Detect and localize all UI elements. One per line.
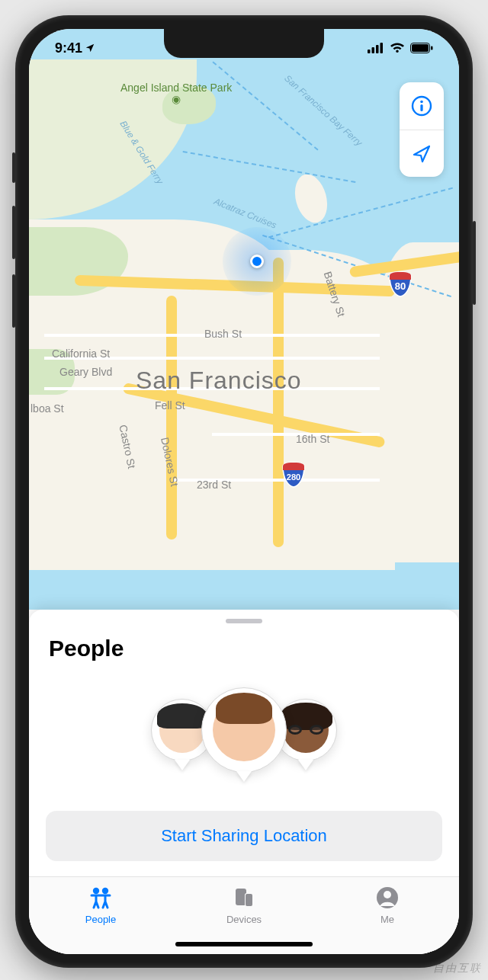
tab-people[interactable]: People bbox=[29, 877, 172, 954]
tab-label: Me bbox=[380, 914, 394, 925]
map-controls bbox=[400, 82, 444, 177]
devices-icon bbox=[231, 885, 257, 911]
start-sharing-button[interactable]: Start Sharing Location bbox=[46, 811, 442, 861]
wifi-icon bbox=[390, 43, 405, 53]
memoji-icon bbox=[283, 707, 329, 753]
ferry-route bbox=[212, 61, 318, 150]
info-icon bbox=[410, 94, 433, 117]
svg-text:280: 280 bbox=[287, 472, 300, 482]
svg-rect-11 bbox=[420, 104, 422, 111]
svg-rect-1 bbox=[372, 47, 375, 53]
notch bbox=[164, 29, 324, 58]
svg-point-13 bbox=[102, 888, 108, 894]
interstate-shield-icon: 280 bbox=[281, 462, 307, 488]
tab-me[interactable]: Me bbox=[316, 877, 459, 954]
street-label: California St bbox=[52, 347, 110, 360]
locate-button[interactable] bbox=[400, 130, 444, 177]
interstate-shield-icon: 80 bbox=[387, 271, 413, 297]
sheet-title: People bbox=[29, 636, 459, 681]
cellular-icon bbox=[368, 43, 384, 53]
street-label: Bush St bbox=[204, 328, 242, 340]
side-button bbox=[473, 221, 476, 305]
ferry-route bbox=[183, 151, 356, 183]
highway bbox=[166, 296, 177, 540]
bottom-sheet: People Start Sharing Location bbox=[29, 610, 459, 954]
people-illustration bbox=[29, 681, 459, 811]
screen: 9:41 bbox=[29, 29, 459, 954]
ferry-label: San Francisco Bay Ferry bbox=[282, 73, 364, 149]
street-label: 23rd St bbox=[197, 479, 231, 491]
user-location-dot bbox=[223, 227, 291, 296]
svg-point-10 bbox=[420, 101, 423, 104]
watermark: 自由互联 bbox=[433, 962, 482, 975]
svg-point-12 bbox=[93, 888, 99, 894]
phone-frame: 9:41 bbox=[15, 15, 473, 968]
sheet-grabber[interactable] bbox=[226, 619, 262, 623]
svg-rect-6 bbox=[431, 46, 433, 50]
tab-label: Devices bbox=[226, 914, 262, 925]
person-pin bbox=[201, 687, 287, 782]
status-time: 9:41 bbox=[55, 40, 82, 56]
street-label: Geary Blvd bbox=[59, 366, 112, 378]
svg-rect-5 bbox=[412, 44, 429, 52]
map[interactable]: Blue & Gold Ferry San Francisco Bay Ferr… bbox=[29, 29, 459, 610]
tab-label: People bbox=[85, 914, 116, 925]
svg-text:80: 80 bbox=[395, 280, 406, 292]
svg-point-18 bbox=[384, 891, 391, 898]
mute-switch bbox=[12, 152, 15, 183]
svg-rect-14 bbox=[236, 889, 246, 905]
people-icon bbox=[88, 885, 114, 911]
svg-rect-2 bbox=[376, 45, 379, 53]
city-label: San Francisco bbox=[136, 367, 302, 395]
cta-label: Start Sharing Location bbox=[161, 826, 327, 846]
volume-up-button bbox=[12, 206, 15, 259]
street-label: 16th St bbox=[296, 433, 329, 445]
memoji-icon bbox=[213, 699, 276, 762]
volume-down-button bbox=[12, 274, 15, 328]
svg-rect-16 bbox=[246, 894, 252, 906]
location-arrow-icon bbox=[411, 143, 432, 165]
info-button[interactable] bbox=[400, 82, 444, 130]
battery-icon bbox=[410, 43, 433, 53]
person-icon bbox=[374, 885, 400, 911]
street-label: lboa St bbox=[30, 402, 64, 415]
memoji-icon bbox=[159, 707, 205, 753]
park-label: Angel Island State Park◉ bbox=[120, 82, 232, 106]
svg-rect-0 bbox=[368, 50, 371, 53]
map-land bbox=[290, 171, 332, 226]
location-services-icon bbox=[85, 43, 95, 53]
home-indicator[interactable] bbox=[175, 942, 313, 946]
svg-rect-3 bbox=[380, 43, 384, 53]
highway bbox=[273, 258, 284, 547]
street-label: Fell St bbox=[155, 399, 185, 412]
